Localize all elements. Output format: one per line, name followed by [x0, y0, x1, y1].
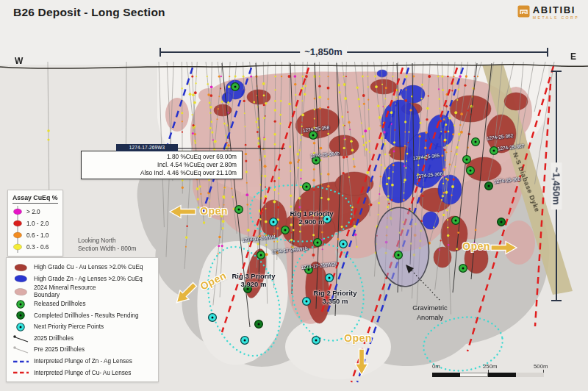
view-note-line1: Looking North — [78, 237, 136, 245]
released-drillhole-marker — [395, 251, 403, 259]
assay-legend-item: > 2.0 — [12, 206, 58, 218]
legend-item: Next Priority Pierce Points — [11, 321, 154, 333]
pierce-drillhole-marker — [241, 337, 249, 345]
view-note-line2: Section Width - 800m — [78, 245, 136, 253]
pierce-drillhole-marker — [326, 274, 334, 282]
legend-item: High Grade Zn - Ag Lenses >2.0% CuEq — [11, 273, 154, 285]
legend-item: High Grade Cu - Au Lenses >2.0% CuEq — [11, 262, 154, 273]
assay-range-label: 0.6 - 1.0 — [26, 232, 49, 239]
legend-item-label: High Grade Cu - Au Lenses >2.0% CuEq — [34, 264, 143, 270]
completed-drillhole-marker — [244, 285, 252, 293]
scalebar-0m: 0m — [432, 363, 440, 370]
assay-range-label: 0.3 - 0.6 — [26, 243, 49, 251]
released-drillhole-marker — [467, 167, 475, 175]
circle-legend-symbol — [11, 299, 30, 309]
legend-item-label: Next Priority Pierce Points — [34, 323, 104, 330]
assay-legend-item: 0.3 - 0.6 — [12, 241, 58, 253]
west-label: W — [15, 56, 23, 66]
logo-name: ABITIBI — [533, 5, 579, 15]
pierce-drillhole-marker — [209, 314, 217, 322]
assay-color-chip — [12, 218, 23, 229]
released-drillhole-marker — [235, 206, 243, 214]
legend-item-label: Completed Drillholes - Results Pending — [34, 312, 138, 319]
pierce-drillhole-marker — [340, 240, 348, 248]
assay-callout-box: 1.80 %CuEq over 69.00mIncl. 4.54 %CuEq o… — [81, 151, 243, 179]
circle-legend-symbol — [11, 310, 30, 320]
assay-legend-item: 0.6 - 1.0 — [12, 229, 58, 241]
logo-subtitle: METALS CORP — [533, 16, 579, 20]
scalebar-bar — [432, 373, 544, 377]
callout-assay-line: Also Incl. 4.46 %CuEq over 21.10m — [85, 169, 237, 177]
page-title: B26 Deposit - Long Section — [13, 6, 165, 19]
line-legend-symbol — [11, 345, 30, 355]
released-drillhole-marker — [452, 217, 460, 225]
legend-item-label: Interpreted Plunge of Zn - Ag Lenses — [34, 358, 132, 365]
legend-item: Released Drillholes — [11, 298, 154, 310]
assay-color-chip — [12, 206, 23, 218]
legend-item: Completed Drillholes - Results Pending — [11, 310, 154, 322]
released-drillhole-marker — [232, 83, 240, 91]
circle-legend-symbol — [11, 322, 30, 332]
legend-item: 2024 Mineral Resource Boundary — [11, 284, 154, 298]
released-drillhole-marker — [305, 266, 313, 274]
scalebar-500m: 500m — [534, 363, 548, 370]
callout-hole-id: 1274-17-269W3 — [116, 144, 178, 151]
callout-assay-line: 1.80 %CuEq over 69.00m — [85, 153, 237, 161]
dash-legend-symbol — [11, 367, 30, 378]
released-drillhole-marker — [314, 239, 322, 247]
assay-legend-box: Assay CuEq % > 2.01.0 - 2.00.6 - 1.00.3 … — [7, 190, 63, 257]
completed-drillhole-marker — [255, 320, 263, 329]
assay-color-chip — [12, 229, 23, 241]
released-drillhole-marker — [257, 251, 265, 259]
legend-item-label: High Grade Zn - Ag Lenses >2.0% CuEq — [34, 276, 143, 282]
section-depth-label: ~1,450m — [551, 162, 562, 209]
released-drillhole-marker — [282, 226, 290, 234]
scalebar-seg3 — [488, 373, 516, 377]
legend-item-label: 2025 Drillholes — [34, 335, 74, 342]
scalebar-250m: 250m — [483, 363, 498, 370]
map-legend-box: High Grade Cu - Au Lenses >2.0% CuEqHigh… — [6, 257, 159, 382]
released-drillhole-marker — [312, 157, 320, 165]
long-section-infographic: B26 Deposit - Long Section ABITIBI METAL… — [0, 0, 588, 391]
section-length-label: ~1,850m — [300, 46, 347, 57]
assay-range-label: 1.0 - 2.0 — [26, 220, 49, 227]
legend-item-label: Released Drillholes — [34, 301, 86, 307]
released-drillhole-marker — [490, 147, 498, 155]
scalebar-seg4 — [516, 373, 544, 377]
scalebar-seg2 — [460, 373, 488, 377]
legend-item: Pre 2025 Drillholes — [11, 344, 154, 356]
east-label: E — [570, 51, 576, 62]
completed-drillhole-marker — [498, 218, 506, 226]
released-drillhole-marker — [459, 265, 467, 273]
blob-legend-symbol — [11, 287, 30, 297]
legend-item: Interpreted Plunge of Zn - Ag Lenses — [11, 356, 154, 367]
map-scalebar: 0m 250m 500m — [432, 363, 545, 381]
assay-legend-title: Assay CuEq % — [12, 194, 58, 204]
callout-assay-line: Incl. 4.54 %CuEq over 2.80m — [85, 161, 237, 169]
assay-range-label: > 2.0 — [26, 208, 40, 215]
legend-item-label: Interpreted Plunge of Cu- Au Lenses — [34, 370, 131, 376]
legend-item: 2025 Drillholes — [11, 333, 154, 345]
company-logo: ABITIBI METALS CORP — [517, 5, 579, 20]
line-legend-symbol — [11, 334, 30, 344]
scalebar-seg1 — [432, 373, 460, 377]
abitibi-logo-icon — [517, 5, 530, 18]
pierce-drillhole-marker — [303, 298, 311, 306]
pierce-drillhole-marker — [270, 218, 278, 226]
view-note: Looking North Section Width - 800m — [78, 237, 136, 253]
legend-item: Interpreted Plunge of Cu- Au Lenses — [11, 367, 154, 379]
map-legend-items: High Grade Cu - Au Lenses >2.0% CuEqHigh… — [11, 262, 154, 379]
dash-legend-symbol — [11, 356, 30, 367]
legend-item-label: 2024 Mineral Resource Boundary — [34, 284, 96, 298]
released-drillhole-marker — [463, 156, 471, 164]
released-drillhole-marker — [472, 138, 480, 146]
released-drillhole-marker — [309, 132, 318, 140]
completed-drillhole-marker — [485, 182, 493, 190]
legend-item-label: Pre 2025 Drillholes — [34, 346, 85, 353]
assay-color-chip — [12, 241, 23, 253]
blob-legend-symbol — [11, 262, 30, 273]
assay-legend-items: > 2.01.0 - 2.00.6 - 1.00.3 - 0.6 — [12, 206, 58, 253]
pierce-drillhole-marker — [312, 337, 320, 345]
pierce-drillhole-marker — [323, 215, 331, 223]
released-drillhole-marker — [303, 183, 311, 191]
